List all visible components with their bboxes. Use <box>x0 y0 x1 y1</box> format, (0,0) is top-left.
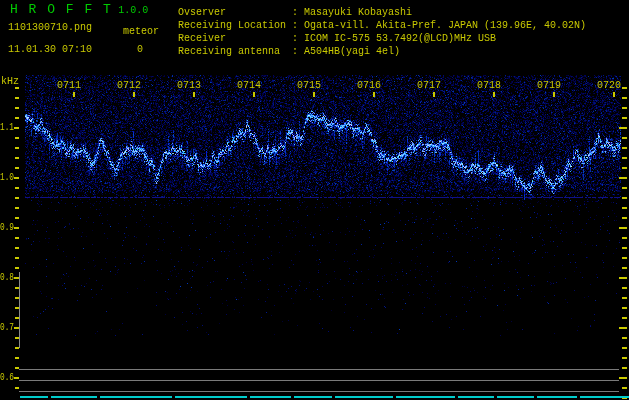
freq-minor-tick-right <box>622 297 627 299</box>
scale-bar <box>19 272 20 348</box>
info-label: Receiving antenna <box>178 46 292 58</box>
freq-minor-tick-right <box>622 317 627 319</box>
freq-minor-tick-left <box>15 157 19 159</box>
freq-label: 0.9 <box>0 222 14 234</box>
time-label: 0715 <box>297 80 321 92</box>
info-label: Receiving Location <box>178 20 292 32</box>
long-echo-marker <box>294 396 332 398</box>
freq-minor-tick-left <box>15 297 19 299</box>
time-tick <box>493 92 495 97</box>
freq-minor-tick-right <box>622 267 627 269</box>
time-label: 0714 <box>237 80 261 92</box>
long-echo-marker <box>335 396 393 398</box>
info-row-antenna: Receiving antenna: A504HB(yagi 4el) <box>178 46 586 59</box>
freq-minor-tick-left <box>15 207 19 209</box>
freq-minor-tick-left <box>15 167 19 169</box>
freq-minor-tick-right <box>622 207 627 209</box>
freq-major-tick-right <box>619 127 627 129</box>
meteor-count-value: 0 <box>137 44 143 56</box>
freq-minor-tick-right <box>622 137 627 139</box>
info-label: Receiver <box>178 33 292 45</box>
freq-minor-tick-left <box>15 187 19 189</box>
time-label: 0711 <box>57 80 81 92</box>
freq-minor-tick-left <box>15 287 19 289</box>
freq-minor-tick-left <box>15 217 19 219</box>
freq-minor-tick-left <box>15 307 19 309</box>
freq-minor-tick-left <box>15 137 19 139</box>
long-echo-marker <box>175 396 247 398</box>
info-row-observer: Ovserver: Masayuki Kobayashi <box>178 7 586 20</box>
freq-minor-tick-right <box>622 337 627 339</box>
freq-minor-tick-left <box>15 337 19 339</box>
freq-minor-tick-left <box>15 97 19 99</box>
time-tick <box>553 92 555 97</box>
app-title: H R O F F T1.0.0 <box>10 4 148 17</box>
freq-major-tick-right <box>619 177 627 179</box>
time-label: 0717 <box>417 80 441 92</box>
long-echo-marker <box>580 396 629 398</box>
freq-major-tick-right <box>619 377 627 379</box>
time-tick <box>73 92 75 97</box>
time-label: 0713 <box>177 80 201 92</box>
freq-minor-tick-right <box>622 217 627 219</box>
long-echo-marker <box>396 396 455 398</box>
freq-minor-tick-right <box>622 167 627 169</box>
time-label: 0718 <box>477 80 501 92</box>
info-row-receiver: Receiver: ICOM IC-575 53.7492(@LCD)MHz U… <box>178 33 586 46</box>
long-echo-marker <box>497 396 534 398</box>
freq-minor-tick-left <box>15 267 19 269</box>
time-label: 0712 <box>117 80 141 92</box>
freq-minor-tick-right <box>622 287 627 289</box>
observation-datetime: 11.01.30 07:10 <box>8 44 92 56</box>
info-value: Masayuki Kobayashi <box>304 7 412 18</box>
spectrogram-canvas <box>0 0 629 400</box>
freq-minor-tick-right <box>622 347 627 349</box>
freq-major-tick-left <box>14 277 19 279</box>
freq-major-tick-left <box>14 227 19 229</box>
freq-label: 1.1 <box>0 122 14 134</box>
freq-major-tick-left <box>14 177 19 179</box>
freq-minor-tick-left <box>15 87 19 89</box>
info-row-location: Receiving Location: Ogata-vill. Akita-Pr… <box>178 20 586 33</box>
freq-minor-tick-right <box>622 187 627 189</box>
time-tick <box>253 92 255 97</box>
freq-minor-tick-right <box>622 117 627 119</box>
freq-label: 0.8 <box>0 272 14 284</box>
long-echo-marker <box>100 396 172 398</box>
app-version: 1.0.0 <box>118 5 148 16</box>
freq-minor-tick-right <box>622 237 627 239</box>
freq-minor-tick-left <box>15 237 19 239</box>
time-tick <box>373 92 375 97</box>
freq-minor-tick-right <box>622 197 627 199</box>
time-tick <box>193 92 195 97</box>
meteor-count-label: meteor <box>123 26 159 38</box>
baseline <box>19 369 619 370</box>
long-echo-marker <box>537 396 577 398</box>
long-echo-marker <box>51 396 97 398</box>
freq-minor-tick-left <box>15 257 19 259</box>
time-tick <box>313 92 315 97</box>
freq-minor-tick-right <box>622 147 627 149</box>
freq-major-tick-left <box>14 377 19 379</box>
freq-minor-tick-left <box>15 357 19 359</box>
freq-minor-tick-right <box>622 87 627 89</box>
long-echo-marker <box>20 396 48 398</box>
freq-minor-tick-left <box>15 107 19 109</box>
hrofft-screen: { "header": { "app_title": "H R O F F T"… <box>0 0 629 400</box>
freq-minor-tick-left <box>15 147 19 149</box>
freq-major-tick-left <box>14 327 19 329</box>
freq-label: 0.6 <box>0 372 14 384</box>
time-label: 0716 <box>357 80 381 92</box>
time-label: 0719 <box>537 80 561 92</box>
info-value: Ogata-vill. Akita-Pref. JAPAN (139.96E, … <box>304 20 586 31</box>
freq-minor-tick-left <box>15 387 19 389</box>
info-value: ICOM IC-575 53.7492(@LCD)MHz USB <box>304 33 496 44</box>
baseline <box>19 391 619 392</box>
freq-major-tick-right <box>619 277 627 279</box>
freq-minor-tick-left <box>15 197 19 199</box>
freq-minor-tick-right <box>622 107 627 109</box>
long-echo-marker <box>250 396 291 398</box>
info-label: Ovserver <box>178 7 292 19</box>
freq-minor-tick-right <box>622 157 627 159</box>
freq-minor-tick-right <box>622 307 627 309</box>
